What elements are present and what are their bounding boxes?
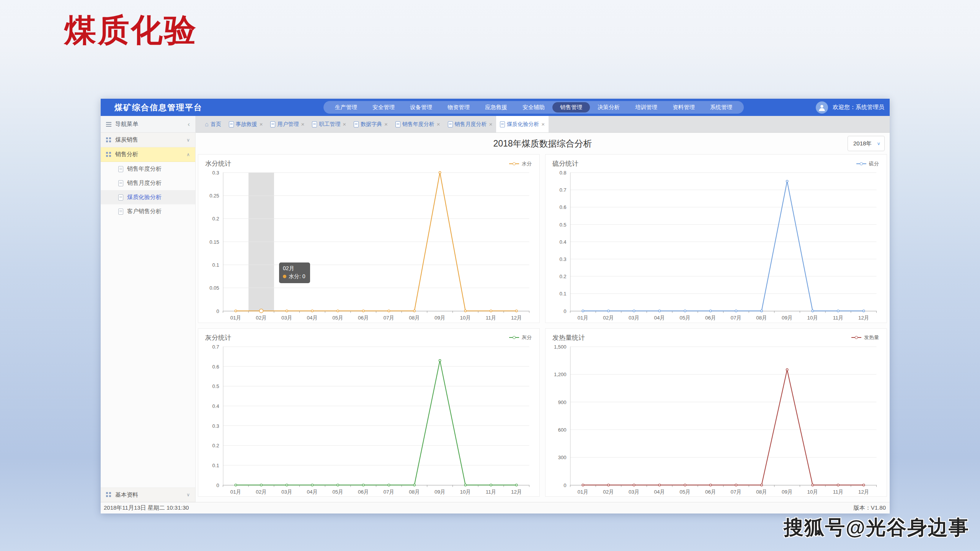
tab-close-icon[interactable]: × (301, 121, 304, 127)
chart-card-ash: 灰分统计灰分00.10.20.30.40.50.60.701月02月03月04月… (198, 328, 540, 497)
chart-title-sulfur: 硫分统计 (552, 159, 578, 168)
sidebar-group-3[interactable]: 基本资料∨ (101, 487, 195, 502)
legend-moisture[interactable]: 水分 (509, 160, 532, 167)
chevron-down-icon: ∨ (186, 492, 190, 497)
svg-text:07月: 07月 (731, 489, 742, 495)
chart-canvas-calorific[interactable]: 03006009001,2001,50001月02月03月04月05月06月07… (546, 343, 887, 497)
svg-text:12月: 12月 (858, 315, 869, 321)
app-header: 煤矿综合信息管理平台 生产管理安全管理设备管理物资管理应急救援安全辅助销售管理决… (101, 99, 890, 116)
year-select[interactable]: 2018年 ∨ (848, 136, 885, 151)
top-nav-item-3[interactable]: 设备管理 (402, 102, 440, 112)
top-nav-item-9[interactable]: 培训管理 (627, 102, 665, 112)
legend-ash[interactable]: 灰分 (509, 334, 532, 341)
legend-sulfur[interactable]: 硫分 (856, 160, 879, 167)
tab-8[interactable]: 煤质化验分析× (496, 116, 549, 132)
top-nav-item-5[interactable]: 应急救援 (477, 102, 515, 112)
svg-text:03月: 03月 (629, 489, 639, 495)
svg-text:08月: 08月 (409, 489, 420, 495)
tab-bar: ⌂首页事故救援×用户管理×职工管理×数据字典×销售年度分析×销售月度分析×煤质化… (196, 116, 890, 133)
menu-layers-icon (106, 122, 111, 123)
svg-text:07月: 07月 (384, 489, 394, 495)
top-nav-item-8[interactable]: 决策分析 (590, 102, 627, 112)
grid-icon (106, 492, 111, 497)
tab-2[interactable]: 事故救援× (225, 116, 267, 132)
tab-close-icon[interactable]: × (260, 121, 263, 127)
year-select-value: 2018年 (853, 140, 872, 147)
svg-text:12月: 12月 (858, 489, 869, 495)
chart-canvas-sulfur[interactable]: 00.10.20.30.40.50.60.70.801月02月03月04月05月… (546, 169, 887, 323)
legend-marker-icon (509, 162, 519, 166)
svg-text:08月: 08月 (756, 315, 767, 321)
svg-text:0: 0 (216, 308, 219, 314)
tab-6[interactable]: 销售年度分析× (392, 116, 444, 132)
svg-text:03月: 03月 (281, 315, 292, 321)
tab-close-icon[interactable]: × (437, 121, 440, 127)
sidebar: 导航菜单 ‹ 煤炭销售∨销售分析∧销售年度分析销售月度分析煤质化验分析客户销售分… (101, 116, 196, 502)
svg-text:0.5: 0.5 (212, 383, 219, 389)
sidebar-item-4[interactable]: 客户销售分析 (101, 204, 195, 218)
chart-canvas-ash[interactable]: 00.10.20.30.40.50.60.701月02月03月04月05月06月… (198, 343, 539, 497)
top-nav-item-11[interactable]: 系统管理 (702, 102, 740, 112)
legend-calorific[interactable]: 发热量 (851, 334, 879, 341)
tab-close-icon[interactable]: × (384, 121, 388, 127)
document-icon (312, 121, 317, 127)
main-content: ⌂首页事故救援×用户管理×职工管理×数据字典×销售年度分析×销售月度分析×煤质化… (196, 116, 890, 502)
svg-text:0.05: 0.05 (209, 285, 219, 291)
sidebar-item-label: 销售月度分析 (127, 179, 162, 187)
tab-7[interactable]: 销售月度分析× (444, 116, 497, 132)
user-avatar-icon[interactable] (816, 101, 828, 114)
document-icon (395, 121, 400, 127)
grid-icon (106, 152, 111, 157)
svg-text:01月: 01月 (578, 315, 588, 321)
sidebar-group-2[interactable]: 销售分析∧ (101, 147, 195, 162)
svg-text:03月: 03月 (281, 489, 292, 495)
tab-3[interactable]: 用户管理× (266, 116, 308, 132)
top-nav-item-4[interactable]: 物资管理 (440, 102, 477, 112)
top-nav-item-10[interactable]: 资料管理 (665, 102, 702, 112)
svg-text:0.25: 0.25 (209, 193, 219, 199)
top-nav-item-7[interactable]: 销售管理 (552, 102, 590, 112)
svg-text:03月: 03月 (629, 315, 639, 321)
tab-close-icon[interactable]: × (343, 121, 346, 127)
sidebar-collapse-icon[interactable]: ‹ (188, 121, 190, 128)
tab-close-icon[interactable]: × (489, 121, 493, 127)
footer-datetime: 2018年11月13日 星期二 10:31:30 (104, 504, 189, 512)
svg-text:12月: 12月 (511, 489, 522, 495)
svg-text:08月: 08月 (756, 489, 767, 495)
svg-text:0.7: 0.7 (559, 187, 566, 193)
sidebar-item-label: 客户销售分析 (127, 208, 162, 215)
sidebar-item-2[interactable]: 销售月度分析 (101, 176, 195, 190)
sidebar-item-1[interactable]: 销售年度分析 (101, 162, 195, 176)
top-nav-item-6[interactable]: 安全辅助 (515, 102, 552, 112)
svg-text:06月: 06月 (358, 315, 369, 321)
svg-text:04月: 04月 (654, 315, 665, 321)
chart-canvas-moisture[interactable]: 00.050.10.150.20.250.301月02月03月04月05月06月… (198, 169, 539, 323)
sidebar-item-3[interactable]: 煤质化验分析 (101, 190, 195, 204)
top-nav-item-1[interactable]: 生产管理 (327, 102, 365, 112)
document-icon (118, 194, 123, 201)
tab-5[interactable]: 数据字典× (350, 116, 392, 132)
tab-1[interactable]: ⌂首页 (201, 116, 225, 132)
sidebar-group-label: 基本资料 (115, 491, 138, 499)
svg-text:10月: 10月 (807, 315, 818, 321)
document-icon (118, 209, 123, 215)
svg-text:09月: 09月 (434, 489, 445, 495)
svg-text:05月: 05月 (332, 489, 343, 495)
sidebar-group-1[interactable]: 煤炭销售∨ (101, 133, 195, 147)
legend-marker-icon (509, 336, 519, 339)
document-icon (229, 121, 234, 127)
svg-text:02月: 02月 (256, 489, 266, 495)
svg-text:0.2: 0.2 (559, 274, 566, 279)
svg-text:09月: 09月 (434, 315, 445, 321)
document-icon (118, 180, 123, 186)
tab-4[interactable]: 职工管理× (308, 116, 350, 132)
tab-close-icon[interactable]: × (541, 121, 545, 127)
document-icon (354, 121, 359, 127)
footer-version: 版本：V1.80 (854, 504, 886, 512)
chevron-down-icon: ∨ (877, 141, 880, 146)
legend-label: 硫分 (869, 160, 879, 167)
svg-text:10月: 10月 (460, 315, 471, 321)
sidebar-group-label: 煤炭销售 (115, 136, 138, 143)
tab-label: 销售年度分析 (402, 121, 434, 128)
top-nav-item-2[interactable]: 安全管理 (365, 102, 402, 112)
